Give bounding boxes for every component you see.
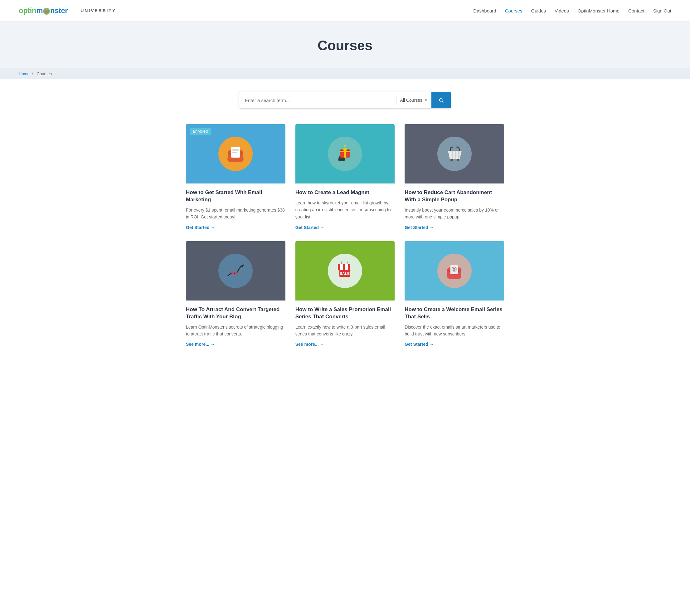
logo-monster-m: m <box>36 6 43 15</box>
dropdown-label: All Courses <box>400 98 423 103</box>
svg-rect-15 <box>452 151 453 159</box>
svg-rect-26 <box>345 264 348 270</box>
course-desc-5: Learn exactly how to write a 3-part sale… <box>295 324 395 338</box>
course-card-1: Enrolled How to Get St <box>186 124 285 230</box>
svg-rect-6 <box>232 152 237 153</box>
course-cta-3[interactable]: Get Started → <box>405 225 504 230</box>
search-icon <box>438 97 444 103</box>
svg-rect-27 <box>348 264 350 270</box>
svg-rect-17 <box>458 151 460 159</box>
svg-point-38 <box>455 267 456 268</box>
course-icon-chart <box>218 254 253 288</box>
logo-wordmark: optinm👾nster <box>19 6 68 15</box>
svg-rect-4 <box>232 149 239 150</box>
nav-courses[interactable]: Courses <box>505 8 522 14</box>
enrolled-badge: Enrolled <box>190 128 211 135</box>
course-cta-6[interactable]: Get Started → <box>405 342 504 347</box>
svg-point-13 <box>343 148 347 151</box>
logo-nster: nster <box>50 6 68 15</box>
svg-rect-5 <box>232 150 239 151</box>
course-title-5: How to Write a Sales Promotion Email Ser… <box>295 306 395 321</box>
header: optinm👾nster UNIVERSITY Dashboard Course… <box>0 0 690 22</box>
cart-illustration <box>444 144 465 164</box>
svg-rect-24 <box>340 264 343 270</box>
nav-sign-out[interactable]: Sign Out <box>653 8 671 14</box>
course-cta-1[interactable]: Get Started → <box>186 225 285 230</box>
course-card-5: SALE How to Write a Sales Promotion Emai… <box>295 241 395 347</box>
svg-text:👾: 👾 <box>44 9 49 14</box>
nav-optinmonster-home[interactable]: OptinMonster Home <box>578 8 620 14</box>
main-nav: Dashboard Courses Guides Videos OptinMon… <box>473 8 671 14</box>
course-card-2: ★ How to Create a Lead Magnet Learn how … <box>295 124 395 230</box>
nav-videos[interactable]: Videos <box>555 8 569 14</box>
course-title-3: How to Reduce Cart Abandonment With a Si… <box>405 189 504 203</box>
breadcrumb-separator: / <box>32 71 33 76</box>
breadcrumb-home[interactable]: Home <box>19 71 30 76</box>
welcome-email-illustration: $ <box>444 261 465 281</box>
search-section: All Courses ▼ <box>0 79 690 118</box>
course-body-4: How To Attract And Convert Targeted Traf… <box>186 301 285 347</box>
course-title-6: How to Create a Welcome Email Series Tha… <box>405 306 504 321</box>
svg-point-22 <box>235 272 237 275</box>
svg-point-33 <box>347 262 349 263</box>
email-illustration <box>225 144 246 164</box>
course-body-3: How to Reduce Cart Abandonment With a Si… <box>405 183 504 230</box>
search-bar: All Courses ▼ <box>239 92 451 109</box>
svg-text:★: ★ <box>343 144 346 147</box>
course-thumb-5: SALE <box>295 241 395 301</box>
logo-divider <box>74 6 74 16</box>
svg-point-32 <box>341 262 342 263</box>
nav-guides[interactable]: Guides <box>531 8 546 14</box>
breadcrumb-current: Courses <box>37 71 52 76</box>
course-title-1: How to Get Started With Email Marketing <box>186 189 285 203</box>
hero-section: Courses <box>0 22 690 68</box>
course-icon-email <box>218 137 253 171</box>
courses-grid: Enrolled How to Get St <box>174 118 516 366</box>
course-cta-2[interactable]: Get Started → <box>295 225 395 230</box>
course-filter-dropdown[interactable]: All Courses ▼ <box>397 98 431 103</box>
svg-rect-25 <box>343 264 345 270</box>
course-title-2: How to Create a Lead Magnet <box>295 189 395 196</box>
course-icon-cart <box>437 137 472 171</box>
course-title-4: How To Attract And Convert Targeted Traf… <box>186 306 285 321</box>
breadcrumb: Home / Courses <box>0 68 690 79</box>
course-desc-4: Learn OptinMonster's secrets of strategi… <box>186 324 285 338</box>
course-icon-gift: ★ <box>328 137 362 171</box>
course-desc-2: Learn how to skyrocket your email list g… <box>295 199 395 221</box>
chart-illustration <box>225 261 246 281</box>
course-icon-welcome-email: $ <box>437 254 472 288</box>
course-body-2: How to Create a Lead Magnet Learn how to… <box>295 183 395 230</box>
course-thumb-2: ★ <box>295 124 395 183</box>
svg-rect-23 <box>338 264 340 270</box>
course-card-3: How to Reduce Cart Abandonment With a Si… <box>405 124 504 230</box>
page-title: Courses <box>6 38 684 53</box>
course-body-1: How to Get Started With Email Marketing … <box>186 183 285 230</box>
svg-text:SALE: SALE <box>340 271 350 276</box>
logo-monster-icon: 👾 <box>43 8 50 15</box>
svg-point-19 <box>457 159 459 161</box>
logo: optinm👾nster UNIVERSITY <box>19 6 116 16</box>
course-icon-sale: SALE <box>328 254 362 288</box>
svg-point-18 <box>450 159 453 161</box>
course-cta-5[interactable]: See more... → <box>295 342 395 347</box>
logo-optin: optin <box>19 6 36 15</box>
svg-rect-16 <box>455 151 457 159</box>
course-thumb-3 <box>405 124 504 183</box>
chevron-down-icon: ▼ <box>424 98 428 102</box>
course-desc-1: For every $1 spent, email marketing gene… <box>186 206 285 221</box>
sale-illustration: SALE <box>335 261 355 281</box>
course-body-5: How to Write a Sales Promotion Email Ser… <box>295 301 395 347</box>
svg-point-37 <box>452 267 453 268</box>
nav-dashboard[interactable]: Dashboard <box>473 8 496 14</box>
course-thumb-6: $ <box>405 241 504 301</box>
search-button[interactable] <box>431 92 451 108</box>
search-input[interactable] <box>239 93 396 107</box>
nav-contact[interactable]: Contact <box>628 8 644 14</box>
course-desc-3: Instantly boost your ecommerce sales by … <box>405 206 504 221</box>
course-body-6: How to Create a Welcome Email Series Tha… <box>405 301 504 347</box>
course-card-4: How To Attract And Convert Targeted Traf… <box>186 241 285 347</box>
course-cta-4[interactable]: See more... → <box>186 342 285 347</box>
course-thumb-4 <box>186 241 285 301</box>
course-card-6: $ How to Create a Welcome Email Series T… <box>405 241 504 347</box>
course-desc-6: Discover the exact emails smart marketer… <box>405 324 504 338</box>
